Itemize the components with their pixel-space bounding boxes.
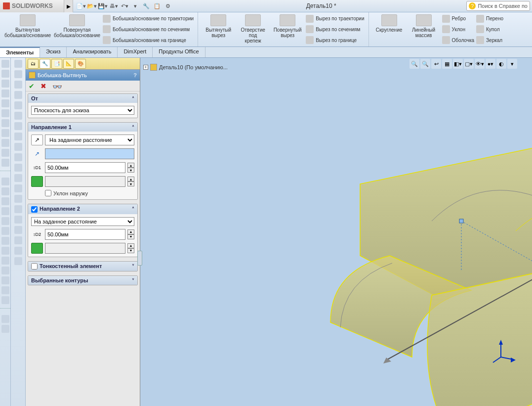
rail1-icon[interactable] [1, 325, 9, 333]
rail2-icon[interactable] [14, 236, 22, 244]
rail2-icon[interactable] [14, 81, 22, 89]
rail1-icon[interactable] [1, 139, 9, 147]
rail1-icon[interactable] [1, 276, 9, 284]
extruded-cut-button[interactable]: Вытянутый вырез [201, 13, 236, 45]
revolved-cut-button[interactable]: Повернутый вырез [270, 13, 305, 45]
rail2-icon[interactable] [14, 226, 22, 234]
rail1-icon[interactable] [1, 187, 9, 195]
rail2-icon[interactable] [14, 60, 22, 68]
rail2-icon[interactable] [14, 91, 22, 99]
rail2-icon[interactable] [14, 174, 22, 182]
rail1-icon[interactable] [1, 237, 9, 245]
rail1-icon[interactable] [1, 207, 9, 215]
viewport[interactable]: + Деталь10 (По умолчанию... 🔍 🔍 ↩ ▦ ◧▾ ▢… [140, 58, 532, 406]
rail1-icon[interactable] [1, 217, 9, 225]
tab-features[interactable]: Элементы [0, 47, 40, 57]
hole-wizard-button[interactable]: Отверстие под крепеж [236, 13, 270, 45]
undo-button[interactable]: ↶▾ [120, 1, 129, 11]
rail2-icon[interactable] [14, 153, 22, 161]
rail2-icon[interactable] [14, 216, 22, 224]
collapse-icon[interactable]: ˄ [132, 125, 134, 130]
dir2-end-condition-select[interactable]: На заданное расстояние [31, 217, 134, 226]
dir2-distance-spinner[interactable]: ▲▼ [127, 229, 134, 239]
rail1-icon[interactable] [1, 257, 9, 265]
rail2-icon[interactable] [14, 133, 22, 140]
boundary-cut-button[interactable]: Вырез по границе [305, 36, 365, 45]
mirror-button[interactable]: Зеркал [475, 36, 504, 45]
rail1-icon[interactable] [1, 149, 9, 157]
rail1-icon[interactable] [1, 70, 9, 78]
section-view-button[interactable]: ▦ [442, 59, 452, 69]
swept-cut-button[interactable]: Вырез по траектории [305, 14, 365, 23]
rail1-icon[interactable] [1, 129, 9, 137]
draft-button[interactable]: Уклон [441, 25, 476, 34]
rail1-icon[interactable] [1, 80, 9, 88]
panel-tab-feature-tree[interactable]: 🗂 [28, 59, 39, 69]
dir1-direction-field[interactable] [45, 148, 134, 159]
select-button[interactable]: ▾ [130, 1, 140, 11]
panel-tab-display[interactable]: 🎨 [75, 59, 86, 69]
collapse-icon[interactable]: ˄ [132, 206, 134, 212]
help-search[interactable]: ? Поиск в Справке по [466, 1, 530, 11]
rail1-icon[interactable] [1, 159, 9, 167]
options-button[interactable]: 📋 [152, 1, 162, 11]
rail2-icon[interactable] [14, 164, 22, 172]
zoom-area-button[interactable]: 🔍 [420, 59, 430, 69]
rail1-icon[interactable] [1, 286, 9, 294]
rail2-icon[interactable] [14, 70, 22, 78]
appearance-button[interactable]: ●▾ [486, 59, 495, 69]
hide-show-button[interactable]: 👁▾ [475, 59, 485, 69]
rail2-icon[interactable] [14, 101, 22, 109]
rail2-icon[interactable] [14, 184, 22, 192]
tab-dimxpert[interactable]: DimXpert [118, 47, 153, 57]
save-button[interactable]: 💾▾ [98, 1, 108, 11]
detailed-preview-button[interactable]: 👓 [52, 82, 60, 90]
feature-help-icon[interactable]: ? [133, 72, 137, 78]
rail2-icon[interactable] [14, 112, 22, 120]
logo-menu-arrow[interactable]: ▸ [64, 0, 73, 12]
draft-outward-checkbox[interactable]: Уклон наружу [45, 190, 134, 196]
panel-tab-config[interactable]: 📑 [51, 59, 62, 69]
panel-tab-property-manager[interactable]: 🔧 [40, 59, 50, 69]
swept-boss-button[interactable]: Бобышка/основание по траектории [102, 14, 195, 23]
lofted-cut-button[interactable]: Вырез по сечениям [305, 25, 365, 34]
scene-button[interactable]: ◐ [496, 59, 506, 69]
extruded-boss-button[interactable]: Вытянутая бобышка/основание [3, 13, 52, 45]
dir2-draft-spinner[interactable]: ▲▼ [127, 243, 134, 253]
linear-pattern-button[interactable]: Линейный массив [407, 13, 441, 45]
collapse-icon[interactable]: ˄ [132, 96, 134, 101]
zoom-fit-button[interactable]: 🔍 [409, 59, 419, 69]
section-from-header[interactable]: От˄ [28, 94, 137, 103]
tab-office[interactable]: Продукты Office [153, 47, 205, 57]
draft-on-off-button[interactable] [31, 176, 43, 187]
boundary-boss-button[interactable]: Бобышка/основание на границе [102, 36, 195, 45]
dir1-end-condition-select[interactable]: На заданное расстояние [45, 135, 134, 145]
expand-icon[interactable]: ˅ [132, 264, 134, 269]
section-thin-header[interactable]: Тонкостенный элемент˅ [28, 262, 137, 271]
rail1-icon[interactable] [1, 197, 9, 205]
reverse-direction-button[interactable]: ↗ [31, 135, 43, 145]
rib-button[interactable]: Ребро [441, 14, 476, 23]
view-orientation-button[interactable]: ◧▾ [453, 59, 463, 69]
wrap-button[interactable]: Перено [475, 14, 504, 23]
print-button[interactable]: 🖶▾ [109, 1, 119, 11]
expand-icon[interactable]: ˅ [132, 278, 134, 283]
rail2-icon[interactable] [14, 122, 22, 130]
lofted-boss-button[interactable]: Бобышка/основание по сечениям [102, 25, 195, 34]
rail2-icon[interactable] [14, 205, 22, 213]
new-file-button[interactable]: 📄▾ [76, 1, 86, 11]
flyout-feature-tree[interactable]: + Деталь10 (По умолчанию... [143, 64, 228, 71]
rail2-icon[interactable] [14, 247, 22, 255]
thin-feature-checkbox[interactable] [31, 263, 38, 270]
tab-evaluate[interactable]: Анализировать [67, 47, 118, 57]
display-style-button[interactable]: ▢▾ [464, 59, 474, 69]
rail1-icon[interactable] [1, 60, 9, 68]
rail1-icon[interactable] [1, 178, 9, 185]
dir1-draft-spinner[interactable]: ▲▼ [127, 177, 134, 186]
dome-button[interactable]: Купол [475, 25, 504, 34]
dir2-draft-button[interactable] [31, 243, 43, 254]
splitter-handle[interactable] [137, 251, 142, 266]
rail2-icon[interactable] [14, 143, 22, 151]
rail1-icon[interactable] [1, 267, 9, 274]
rail1-icon[interactable] [1, 247, 9, 255]
